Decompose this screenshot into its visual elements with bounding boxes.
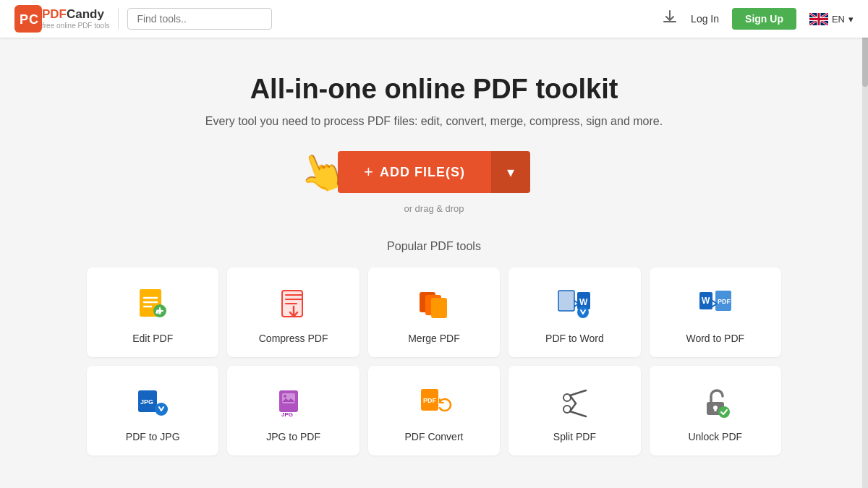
search-input[interactable] <box>127 8 272 30</box>
logo-candy: Candy <box>67 8 104 22</box>
login-button[interactable]: Log In <box>691 13 719 25</box>
main-content: All-in-one online PDF toolkit Every tool… <box>0 38 868 455</box>
word-to-pdf-icon: W PDF <box>697 285 734 322</box>
svg-point-39 <box>155 403 168 416</box>
hero-title: All-in-one online PDF toolkit <box>250 74 618 105</box>
download-icon <box>662 9 678 25</box>
pdf-to-word-label: PDF to Word <box>545 333 604 344</box>
svg-text:C: C <box>29 12 38 27</box>
logo-subtitle: free online PDF tools <box>42 22 109 30</box>
language-selector[interactable]: EN ▾ <box>809 13 854 25</box>
svg-text:PDF: PDF <box>423 397 437 404</box>
tool-card-word-to-pdf[interactable]: W PDF Word to PDF <box>650 267 781 357</box>
pdf-to-word-icon: W <box>556 285 593 322</box>
svg-text:W: W <box>702 296 710 306</box>
hero-subtitle: Every tool you need to process PDF files… <box>205 115 663 128</box>
tool-card-pdf-to-jpg[interactable]: JPG PDF to JPG <box>87 366 218 455</box>
split-pdf-label: Split PDF <box>553 431 596 442</box>
pdf-convert-label: PDF Convert <box>405 431 464 442</box>
unlock-pdf-icon <box>697 383 734 421</box>
plus-icon: + <box>364 163 374 181</box>
logo-text: PDFCandy free online PDF tools <box>42 8 109 30</box>
svg-point-55 <box>718 406 730 418</box>
header: P C PDFCandy free online PDF tools Log I… <box>0 0 868 38</box>
jpg-to-pdf-label: JPG to PDF <box>266 431 320 442</box>
svg-point-32 <box>577 307 589 318</box>
popular-section-title: Popular PDF tools <box>87 240 781 253</box>
logo-icon: P C <box>14 5 42 33</box>
add-files-dropdown-button[interactable]: ▾ <box>491 151 530 193</box>
popular-tools-section: Popular PDF tools <box>72 240 796 455</box>
add-files-label: ADD FILE(S) <box>380 165 465 180</box>
header-right: Log In Sign Up EN ▾ <box>662 8 854 30</box>
download-button[interactable] <box>662 9 678 29</box>
logo-pdf: PDF <box>42 8 67 22</box>
logo: P C PDFCandy free online PDF tools <box>14 5 127 33</box>
chevron-down-icon: ▾ <box>507 163 514 181</box>
edit-pdf-icon <box>134 285 171 322</box>
tool-card-unlock-pdf[interactable]: Unlock PDF <box>650 366 781 455</box>
svg-line-49 <box>570 411 586 416</box>
tool-card-compress-pdf[interactable]: Compress PDF <box>227 267 359 357</box>
word-to-pdf-label: Word to PDF <box>686 333 744 344</box>
svg-rect-27 <box>431 298 447 318</box>
add-file-area: 👆 + ADD FILE(S) ▾ <box>338 151 530 193</box>
tool-card-edit-pdf[interactable]: Edit PDF <box>87 267 218 357</box>
tools-grid: Edit PDF Compress PDF <box>87 267 781 455</box>
flag-icon <box>809 13 828 25</box>
pdf-to-jpg-label: PDF to JPG <box>126 431 180 442</box>
merge-pdf-label: Merge PDF <box>408 333 460 344</box>
pdf-to-jpg-icon: JPG <box>134 383 171 421</box>
split-pdf-icon <box>556 383 593 421</box>
lang-code: EN <box>832 14 845 25</box>
svg-text:PDF: PDF <box>718 298 731 305</box>
tool-card-split-pdf[interactable]: Split PDF <box>509 366 640 455</box>
add-files-button[interactable]: + ADD FILE(S) <box>338 151 491 193</box>
svg-text:JPG: JPG <box>140 398 153 406</box>
svg-text:JPG: JPG <box>281 411 293 418</box>
lang-chevron-icon: ▾ <box>848 14 854 25</box>
svg-line-48 <box>570 390 586 395</box>
signup-button[interactable]: Sign Up <box>732 8 796 30</box>
tool-card-pdf-to-word[interactable]: W PDF to Word <box>509 267 640 357</box>
svg-rect-54 <box>714 408 716 411</box>
unlock-pdf-label: Unlock PDF <box>688 431 742 442</box>
scrollbar[interactable] <box>862 0 868 488</box>
jpg-to-pdf-icon: JPG <box>275 383 312 421</box>
compress-pdf-icon <box>275 285 312 322</box>
pdf-convert-icon: PDF <box>415 383 453 421</box>
svg-text:P: P <box>20 12 28 27</box>
drag-drop-text: or drag & drop <box>404 203 464 214</box>
edit-pdf-label: Edit PDF <box>132 333 173 344</box>
merge-pdf-icon <box>415 285 453 322</box>
compress-pdf-label: Compress PDF <box>259 333 328 344</box>
tool-card-jpg-to-pdf[interactable]: JPG JPG to PDF <box>227 366 359 455</box>
logo-divider <box>118 8 119 30</box>
tool-card-pdf-convert[interactable]: PDF PDF Convert <box>368 366 500 455</box>
svg-rect-28 <box>558 291 574 311</box>
svg-text:W: W <box>579 297 588 307</box>
svg-point-42 <box>284 395 286 398</box>
tool-card-merge-pdf[interactable]: Merge PDF <box>368 267 500 357</box>
